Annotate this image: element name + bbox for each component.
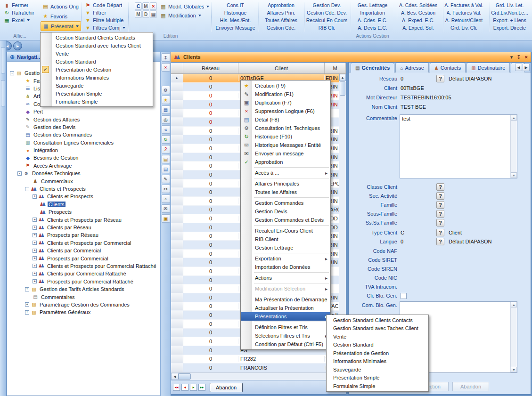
search-button[interactable]: ◎ xyxy=(162,115,170,124)
tree-item-clients-pour-commercial-rattache[interactable]: +♟♟Clients pour Commercial Rattaché xyxy=(7,270,160,277)
expand-box-icon[interactable]: + xyxy=(33,264,37,268)
context-menu-item-modification-f1[interactable]: ✎Modification (F1) xyxy=(241,90,330,98)
menu-item-gestion-standard-avec-taches-client[interactable]: Gestion Standard avec Taches Client xyxy=(327,324,428,333)
ribbon-button-presentations[interactable]: ▦Présentations xyxy=(41,21,81,31)
row-selector[interactable] xyxy=(171,179,183,188)
field-value-mot-directeur[interactable]: TESTREBINI16:00:05 xyxy=(401,95,451,100)
list-icon[interactable]: ▤ xyxy=(150,10,157,18)
context-menu-item-gestion-commandes-et-devis[interactable]: Gestion Commandes et Devis xyxy=(241,216,330,224)
ribbon-action-export-liens[interactable]: Export. + Liens xyxy=(487,16,532,24)
tree-item-gestion-des-affaires[interactable]: ✎Gestion des Affaires xyxy=(7,115,160,123)
edition-letter-m-button[interactable]: M xyxy=(142,2,149,10)
context-menu-item-acces-a[interactable]: Accès à ...▸ xyxy=(241,169,330,177)
field-value-client[interactable]: 00TisBGE xyxy=(401,85,424,91)
row-selector[interactable] xyxy=(171,135,183,144)
context-menu-item-duplication-f7[interactable]: ▣Duplication (F7) xyxy=(241,98,330,107)
row-selector[interactable] xyxy=(171,206,183,214)
menu-item-presentation-simple[interactable]: Présentation Simple xyxy=(327,374,428,382)
ribbon-action-grd-liv-let[interactable]: Grd. Liv. Let. xyxy=(487,1,532,9)
ribbon-action-a-retours-client[interactable]: A. Retours/Client xyxy=(442,16,486,24)
row-selector[interactable] xyxy=(171,241,183,249)
context-menu-item-importation-de-donnees[interactable]: Importation de Données xyxy=(241,263,330,271)
context-menu-item-selections-filtres-et-tris[interactable]: Sélections Filtres et Tris▸ xyxy=(241,331,330,340)
row-selector[interactable] xyxy=(171,284,183,293)
row-selector[interactable] xyxy=(171,127,183,135)
row-selector[interactable] xyxy=(171,258,183,267)
edit-button[interactable]: ✎ xyxy=(162,175,170,183)
save-button[interactable]: ▣ xyxy=(162,214,170,223)
edition-letter-d-button[interactable]: D xyxy=(142,10,149,18)
previous-row-button[interactable]: ◂ xyxy=(181,384,188,391)
ribbon-action-recalcul-en-cours[interactable]: Recalcul En-Cours xyxy=(304,16,349,24)
edition-letter-c-button[interactable]: C xyxy=(135,2,142,10)
row-selector[interactable] xyxy=(171,337,183,346)
tree-item-commentaires[interactable]: ▤Commentaires xyxy=(7,293,160,300)
row-selector[interactable] xyxy=(171,144,183,153)
menu-item-informations-minimales[interactable]: Informations Minimales xyxy=(41,73,153,81)
help-button-famille[interactable]: ? xyxy=(436,201,444,209)
pin-icon[interactable]: ↧ xyxy=(516,54,521,60)
help-button-classe-client[interactable]: ? xyxy=(436,183,444,191)
close-button[interactable]: × xyxy=(162,63,170,72)
expand-box-icon[interactable]: + xyxy=(33,194,37,199)
expand-box-icon[interactable]: + xyxy=(25,310,29,315)
expand-box-icon[interactable]: + xyxy=(33,226,37,230)
scroll-up-icon[interactable]: ▲ xyxy=(511,115,517,121)
scrollbar-track[interactable] xyxy=(191,373,338,380)
ribbon-action-a-cdes-e-c[interactable]: A. Cdes. E.C. xyxy=(350,16,395,24)
expand-box-icon[interactable]: + xyxy=(33,233,37,237)
textarea-scrollbar[interactable]: ▲▼ xyxy=(510,115,517,178)
tree-item-prospects[interactable]: ♟♟Prospects xyxy=(7,208,160,216)
tree-item-clients-et-prospects-par-reseau[interactable]: +♟♟Clients et Prospects par Réseau xyxy=(7,216,160,223)
menu-item-formulaire-simple[interactable]: Formulaire Simple xyxy=(327,382,428,390)
ribbon-button-rafraichir[interactable]: ↻Rafraîchir xyxy=(2,9,40,16)
tree-item-commerciaux[interactable]: ♟Commerciaux xyxy=(7,177,160,185)
expand-box-icon[interactable]: + xyxy=(25,287,29,291)
tab-scroll-left-icon[interactable]: ◀ xyxy=(515,64,522,71)
ribbon-button-modification[interactable]: ▦Modification xyxy=(158,12,211,19)
ribbon-action-envoyer-message[interactable]: Envoyer Message xyxy=(213,24,258,32)
scrollbar-thumb[interactable] xyxy=(179,373,191,380)
row-selector[interactable] xyxy=(171,162,183,170)
ribbon-action-ges-lettrage[interactable]: Ges. Lettrage xyxy=(350,1,395,9)
ribbon-action-rib-cli[interactable]: RIB Cli. xyxy=(304,24,349,32)
ribbon-action-a-exped-e-c[interactable]: A. Exped. E.C. xyxy=(396,16,441,24)
context-menu-item-historique-messages-entite[interactable]: ✉Historique Messages / Entité xyxy=(241,141,330,149)
ribbon-button-filtrer[interactable]: ▼Filtrer xyxy=(83,9,127,16)
field-value-type-client[interactable]: C xyxy=(401,230,404,235)
dock-tab[interactable] xyxy=(1,80,5,106)
ribbon-button-modif-globales[interactable]: ▦Modif. Globales xyxy=(158,3,211,10)
mail-button[interactable]: ✉ xyxy=(162,204,170,213)
tab-scroll-right-icon[interactable]: ▶ xyxy=(523,64,530,71)
context-menu-item-gestion-lettrage[interactable]: Gestion Lettrage xyxy=(241,243,330,252)
ribbon-button-fermer[interactable]: ▮Fermer xyxy=(2,1,40,9)
column-header-reseau[interactable]: Réseau xyxy=(183,63,238,73)
ribbon-button-filtres-complexes[interactable]: ▼Filtres Complexes xyxy=(83,24,127,32)
tree-item-clients-par-commercial[interactable]: +♟♟Clients par Commercial xyxy=(7,247,160,254)
row-selector-header[interactable] xyxy=(171,63,183,73)
field-value-nom-client[interactable]: TEST BGE xyxy=(401,104,426,110)
ribbon-action-a-exped-sol[interactable]: A. Exped. Sol. xyxy=(396,24,441,32)
row-selector[interactable] xyxy=(171,250,183,258)
row-selector[interactable] xyxy=(171,223,183,232)
ribbon-action-his-mes-ent[interactable]: His. Mes./Ent. xyxy=(213,16,258,24)
row-selector[interactable] xyxy=(171,197,183,205)
tree-item-gestion-des-tarifs-articles-standards[interactable]: +▨Gestion des Tarifs Articles Standards xyxy=(7,285,160,293)
context-menu-item-definition-filtres-et-tris[interactable]: Définition Filtres et Tris xyxy=(241,323,330,331)
context-menu-item-creation-f9[interactable]: ★Création (F9) xyxy=(241,81,330,90)
field-value-reseau[interactable]: 0 xyxy=(401,76,403,81)
ribbon-button-excel[interactable]: ▦Excel xyxy=(2,16,40,24)
tree-item-besoins-de-gestion[interactable]: ◆Besoins de Gestion xyxy=(7,154,160,162)
expand-box-icon[interactable]: + xyxy=(33,218,37,222)
row-selector[interactable] xyxy=(171,153,183,162)
row-selector[interactable] xyxy=(171,170,183,179)
help-button-langue[interactable]: ? xyxy=(436,238,444,245)
tab-adresse[interactable]: ⌂Adresse xyxy=(395,63,428,73)
horizontal-scrollbar[interactable]: ◀ ▶ xyxy=(171,372,346,380)
tree-item-gestion-des-devis[interactable]: ✎Gestion des Devis xyxy=(7,123,160,131)
menu-item-gestion-standard-avec-taches-client[interactable]: Gestion Standard avec Taches Client xyxy=(41,41,153,49)
settings-button[interactable]: ⚙ xyxy=(162,86,170,94)
tree-item-parametrage-gestion-des-commandes[interactable]: +▨Paramétrage Gestion des Commandes xyxy=(7,301,160,308)
ribbon-button-filtre-multiple[interactable]: ▼Filtre Multiple xyxy=(83,16,127,24)
panel-menu-button[interactable]: ▾ xyxy=(510,54,513,60)
